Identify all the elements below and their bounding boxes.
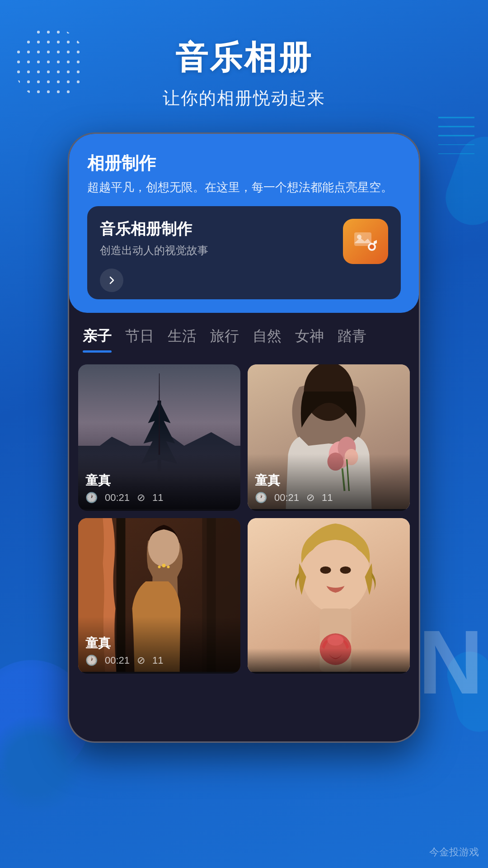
clock-icon-3: 🕐 bbox=[85, 655, 98, 666]
grid-item-2[interactable]: 童真 🕐 00:21 ⊘ 11 bbox=[248, 364, 410, 511]
layers-icon-2: ⊘ bbox=[306, 492, 314, 504]
grid-item-4[interactable] bbox=[248, 518, 410, 674]
svg-point-35 bbox=[320, 566, 331, 574]
svg-point-28 bbox=[158, 566, 161, 568]
grid-item-4-info bbox=[248, 648, 410, 674]
app-title: 音乐相册 bbox=[0, 36, 488, 80]
grid-item-3[interactable]: 童真 🕐 00:21 ⊘ 11 bbox=[78, 518, 240, 674]
music-card-description: 创造出动人的视觉故事 bbox=[100, 243, 334, 258]
grid-item-1-layers: 11 bbox=[152, 492, 163, 504]
tab-taqing[interactable]: 踏青 bbox=[338, 326, 366, 351]
category-tabs: 亲子 节日 生活 旅行 自然 女神 踏青 bbox=[69, 313, 419, 355]
tab-lvxing[interactable]: 旅行 bbox=[210, 326, 239, 351]
grid-item-1-meta: 🕐 00:21 ⊘ 11 bbox=[85, 492, 233, 504]
layers-icon-1: ⊘ bbox=[137, 492, 145, 504]
music-card-title: 音乐相册制作 bbox=[100, 219, 334, 240]
tab-ziran[interactable]: 自然 bbox=[253, 326, 282, 351]
music-card-arrow-button[interactable] bbox=[100, 269, 123, 292]
card-subtitle: 超越平凡，创想无限。在这里，每一个想法都能点亮星空。 bbox=[87, 179, 401, 195]
header: 音乐相册 让你的相册悦动起来 bbox=[0, 0, 488, 110]
tab-shenghuo[interactable]: 生活 bbox=[168, 326, 197, 351]
grid-item-3-name: 童真 bbox=[85, 635, 233, 652]
grid-item-1-duration: 00:21 bbox=[105, 492, 130, 504]
decorative-lines-right bbox=[438, 113, 474, 167]
decorative-n-shape bbox=[443, 610, 483, 710]
svg-point-27 bbox=[162, 564, 166, 567]
grid-item-2-layers: 11 bbox=[322, 492, 333, 504]
grid-item-2-meta: 🕐 00:21 ⊘ 11 bbox=[255, 492, 403, 504]
top-card: 相册制作 超越平凡，创想无限。在这里，每一个想法都能点亮星空。 音乐相册制作 创… bbox=[69, 134, 419, 313]
grid-item-1[interactable]: 童真 🕐 00:21 ⊘ 11 bbox=[78, 364, 240, 511]
svg-point-38 bbox=[328, 635, 344, 646]
grid-item-2-info: 童真 🕐 00:21 ⊘ 11 bbox=[248, 454, 410, 511]
svg-rect-5 bbox=[354, 232, 371, 246]
music-card-content: 音乐相册制作 创造出动人的视觉故事 bbox=[100, 219, 334, 292]
clock-icon-2: 🕐 bbox=[255, 492, 267, 504]
svg-point-26 bbox=[148, 528, 180, 566]
app-subtitle: 让你的相册悦动起来 bbox=[0, 87, 488, 110]
svg-point-8 bbox=[370, 245, 374, 249]
grid-item-3-layers: 11 bbox=[152, 655, 163, 666]
grid-item-3-duration: 00:21 bbox=[105, 655, 130, 666]
grid-item-3-info: 童真 🕐 00:21 ⊘ 11 bbox=[78, 617, 240, 674]
layers-icon-3: ⊘ bbox=[137, 655, 145, 666]
svg-point-36 bbox=[340, 566, 351, 574]
clock-icon-1: 🕐 bbox=[85, 492, 98, 504]
tab-qinzi[interactable]: 亲子 bbox=[83, 326, 112, 351]
tab-jieri[interactable]: 节日 bbox=[125, 326, 154, 351]
grid-item-1-info: 童真 🕐 00:21 ⊘ 11 bbox=[78, 454, 240, 511]
music-card-icon bbox=[343, 219, 388, 264]
grid-item-1-name: 童真 bbox=[85, 472, 233, 489]
phone-mockup: 相册制作 超越平凡，创想无限。在这里，每一个想法都能点亮星空。 音乐相册制作 创… bbox=[68, 132, 420, 743]
watermark: 今金投游戏 bbox=[429, 845, 479, 859]
grid-item-2-name: 童真 bbox=[255, 472, 403, 489]
card-title: 相册制作 bbox=[87, 152, 401, 175]
grid-item-3-meta: 🕐 00:21 ⊘ 11 bbox=[85, 655, 233, 666]
tab-nvsh[interactable]: 女神 bbox=[295, 326, 324, 351]
content-grid: 童真 🕐 00:21 ⊘ 11 bbox=[69, 355, 419, 683]
svg-rect-12 bbox=[78, 364, 240, 446]
music-card[interactable]: 音乐相册制作 创造出动人的视觉故事 bbox=[87, 206, 401, 299]
svg-point-29 bbox=[167, 566, 170, 568]
grid-item-2-duration: 00:21 bbox=[274, 492, 299, 504]
